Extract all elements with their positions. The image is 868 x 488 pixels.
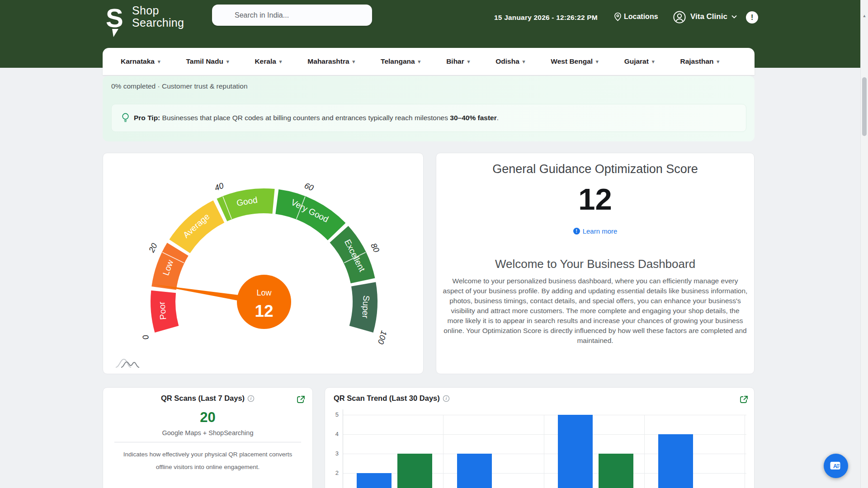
chevron-down-icon (731, 15, 737, 19)
account-menu[interactable]: Vita Clinic (690, 12, 737, 21)
translate-fab[interactable]: A (824, 454, 848, 478)
gauge-tick-label: 0 (141, 334, 151, 341)
optimization-score-card: General Guidance Optimization Score 12 !… (436, 153, 755, 374)
y-axis-tick: 2 (325, 469, 339, 476)
chevron-down-icon: ▾ (523, 59, 525, 64)
scrollbar-thumb[interactable] (862, 77, 867, 136)
qr-trend-card: QR Scan Trend (Last 30 Days) i 2345 (325, 387, 755, 488)
y-axis-tick: 4 (325, 431, 339, 437)
gauge-tick-label: 60 (303, 181, 315, 192)
gauge-tick-label: 20 (147, 242, 159, 254)
gauge-value-label: Low (256, 288, 272, 297)
avatar-icon[interactable] (673, 10, 686, 24)
nav-state-karnataka[interactable]: Karnataka▾ (121, 57, 160, 66)
gridline (443, 415, 443, 488)
qr-scans-card: QR Scans (Last 7 Days) i 20 Google Maps … (103, 387, 313, 488)
nav-state-bihar[interactable]: Bihar▾ (446, 57, 470, 66)
nav-state-rajasthan[interactable]: Rajasthan▾ (680, 57, 719, 66)
optimization-gauge-card: PoorLowAverageGoodVery GoodExcellentSupe… (103, 153, 424, 374)
score-gauge-chart: PoorLowAverageGoodVery GoodExcellentSupe… (103, 153, 424, 374)
bar (457, 454, 492, 488)
y-axis-tick: 5 (325, 411, 339, 418)
gauge-tick-label: 100 (376, 329, 389, 345)
sparkline-watermark-icon (115, 356, 140, 368)
gauge-segment-label: Poor (157, 301, 168, 320)
svg-text:i: i (250, 396, 252, 401)
chevron-down-icon: ▾ (158, 59, 160, 64)
pro-tip-label: Pro Tip: (134, 114, 160, 122)
info-icon[interactable]: i (247, 395, 255, 402)
dashboard-page: S Shop Searching 15 January 2026 - 12:26… (0, 0, 868, 488)
account-label: Vita Clinic (690, 12, 727, 21)
gauge-segment-label: Super (360, 295, 371, 319)
qr-trend-bar-chart: 2345 (325, 388, 755, 488)
y-axis (343, 409, 343, 488)
chevron-down-icon: ▾ (353, 59, 355, 64)
divider (114, 442, 301, 442)
qr-scans-source: Google Maps + ShopSearching (103, 429, 312, 436)
bar (599, 454, 633, 488)
shopsearching-logo-text: Shop Searching (132, 5, 184, 29)
welcome-paragraph: Welcome to your personalized business da… (436, 276, 754, 346)
gauge-value: 12 (255, 302, 273, 320)
search-input[interactable] (212, 5, 372, 26)
chevron-down-icon: ▾ (279, 59, 282, 64)
bar (658, 434, 693, 488)
page-scrollbar: ▲ (860, 0, 868, 488)
nav-state-kerala[interactable]: Kerala▾ (255, 57, 282, 66)
gauge-tick-label: 40 (213, 181, 225, 192)
qr-scans-title-row: QR Scans (Last 7 Days) i (103, 394, 312, 403)
translate-icon: A (830, 460, 842, 471)
nav-state-maharashtra[interactable]: Maharashtra▾ (307, 57, 355, 66)
chevron-down-icon: ▾ (717, 59, 720, 64)
scrollbar-up-arrow[interactable]: ▲ (861, 14, 868, 18)
nav-state-telangana[interactable]: Telangana▾ (381, 57, 420, 66)
logo-line2: Searching (132, 17, 184, 29)
nav-state-tamil-nadu[interactable]: Tamil Nadu▾ (186, 57, 229, 66)
gridline (343, 415, 746, 415)
header-datetime: 15 January 2026 - 12:26:22 PM (494, 14, 598, 22)
chevron-down-icon: ▾ (596, 59, 599, 64)
progress-status: 0% completed · Customer trust & reputati… (111, 82, 248, 90)
svg-text:S: S (106, 3, 123, 33)
y-axis-tick: 3 (325, 450, 339, 457)
chevron-down-icon: ▾ (418, 59, 421, 64)
external-link-icon[interactable] (296, 394, 306, 405)
gauge-tick-label: 80 (369, 242, 381, 254)
welcome-heading: Welcome to Your Business Dashboard (436, 257, 754, 271)
gridline (745, 415, 745, 488)
progress-section: 0% completed · Customer trust & reputati… (103, 76, 755, 141)
learn-more-link[interactable]: ! Learn more (436, 227, 754, 235)
chevron-down-icon: ▾ (226, 59, 229, 64)
pro-tip-text: Pro Tip: Businesses that place QR codes … (134, 114, 499, 122)
info-circle-icon: ! (573, 228, 580, 235)
state-navbar: Karnataka▾Tamil Nadu▾Kerala▾Maharashtra▾… (103, 48, 755, 75)
shopsearching-logo-icon: S (104, 2, 130, 38)
nav-state-west-bengal[interactable]: West Bengal▾ (551, 57, 598, 66)
svg-text:A: A (833, 463, 837, 469)
score-value: 12 (436, 181, 754, 217)
location-pin-icon (614, 12, 622, 21)
gridline (644, 415, 645, 488)
qr-scans-value: 20 (103, 409, 312, 426)
bar (558, 415, 593, 488)
gridline (544, 415, 544, 488)
qr-scans-description: Indicates how effectively your physical … (103, 448, 312, 474)
chevron-down-icon: ▾ (652, 59, 655, 64)
pro-tip-banner: Pro Tip: Businesses that place QR codes … (111, 104, 746, 132)
chevron-down-icon: ▾ (467, 59, 470, 64)
bar (357, 473, 392, 488)
score-card-title: General Guidance Optimization Score (436, 162, 754, 176)
nav-state-gujarat[interactable]: Gujarat▾ (624, 57, 655, 66)
locations-button[interactable]: Locations (614, 12, 658, 21)
lightbulb-icon (122, 113, 129, 123)
nav-state-odisha[interactable]: Odisha▾ (495, 57, 525, 66)
logo-line1: Shop (132, 5, 184, 17)
alert-button[interactable]: ! (746, 11, 758, 23)
locations-label: Locations (624, 13, 658, 21)
qr-scans-title: QR Scans (Last 7 Days) (161, 394, 245, 403)
bar (397, 454, 432, 488)
